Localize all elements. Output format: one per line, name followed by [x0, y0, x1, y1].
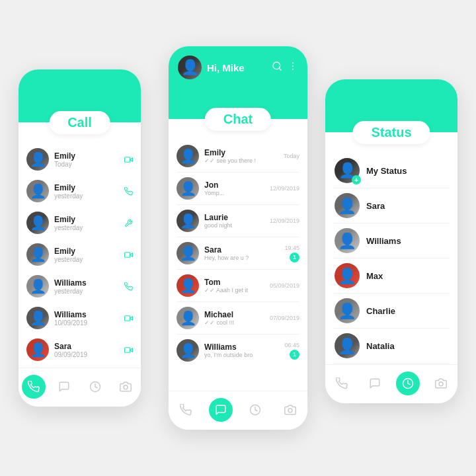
call-title: Call — [49, 111, 110, 134]
chat-title: Chat — [205, 108, 271, 131]
call-list-item[interactable]: 👤Emilyyesterday — [19, 239, 141, 270]
avatar: 👤 — [26, 307, 49, 329]
search-icon-btn[interactable] — [272, 61, 282, 74]
item-name: Sara — [54, 342, 119, 351]
call-list-item[interactable]: 👤Sara09/09/2019 — [19, 334, 141, 366]
chat-list-item[interactable]: 👤JonYomp...12/09/2019 — [169, 173, 307, 204]
call-nav-phone[interactable] — [22, 375, 46, 399]
item-sub: ✓✓ cool !!! — [204, 319, 264, 326]
status-list-item[interactable]: 👤Sara — [325, 188, 457, 223]
call-nav-camera[interactable] — [114, 375, 138, 399]
status-nav-chat[interactable] — [363, 372, 387, 395]
avatar: 👤 — [177, 145, 199, 167]
svg-point-12 — [292, 62, 294, 63]
svg-marker-2 — [130, 253, 133, 256]
item-right — [124, 219, 133, 227]
call-nav-chat[interactable] — [52, 375, 76, 399]
item-right — [124, 155, 133, 164]
avatar: 👤 — [26, 180, 49, 202]
item-name: Emily — [204, 148, 278, 157]
status-bottom-nav — [325, 364, 457, 403]
item-time: 12/09/2019 — [270, 185, 299, 192]
chat-header-avatar: 👤 — [178, 56, 202, 79]
status-list-item[interactable]: 👤Charlie — [325, 294, 457, 328]
call-list-item[interactable]: 👤Emilyyesterday — [19, 207, 141, 239]
item-name: Emily — [54, 247, 119, 256]
item-name: Sara — [204, 245, 279, 255]
svg-point-14 — [292, 69, 294, 70]
chat-card: 👤 Hi, Mike Chat 👤Emily✓✓ see you there !… — [169, 46, 307, 430]
svg-marker-6 — [130, 348, 133, 351]
chat-list-item[interactable]: 👤SaraHey, how are u ?19:451 — [169, 237, 307, 269]
chat-nav-clock[interactable] — [243, 398, 267, 422]
chat-list: 👤Emily✓✓ see you there !Today👤JonYomp...… — [169, 119, 307, 406]
status-list-item[interactable]: 👤Natalia — [325, 329, 457, 363]
item-name: Tom — [204, 278, 264, 287]
avatar: 👤 — [26, 148, 49, 171]
chat-header-user: 👤 Hi, Mike — [178, 56, 245, 79]
status-item-name: Williams — [366, 236, 401, 246]
my-status-item[interactable]: 👤 + My Status — [325, 153, 457, 188]
status-list: 👤 + My Status 👤Sara👤Williams👤Max👤Charlie… — [325, 132, 457, 403]
item-sub: good night — [204, 222, 264, 229]
item-right — [124, 346, 133, 354]
svg-point-16 — [288, 409, 292, 413]
chat-nav-camera[interactable] — [278, 398, 302, 422]
chat-list-item[interactable]: 👤Emily✓✓ see you there !Today — [169, 140, 307, 172]
item-time: 07/09/2019 — [270, 315, 299, 321]
avatar: 👤 — [335, 333, 360, 358]
item-right: 19:451 — [284, 245, 299, 262]
call-card: Call 👤EmilyToday👤Emilyyesterday👤Emilyyes… — [19, 69, 141, 407]
avatar: 👤 — [335, 298, 360, 323]
item-sub: 09/09/2019 — [54, 351, 119, 358]
status-item-name: Sara — [366, 201, 385, 211]
svg-point-18 — [439, 382, 443, 386]
item-right: Today — [284, 153, 299, 159]
call-list-item[interactable]: 👤EmilyToday — [19, 143, 141, 175]
status-list-item[interactable]: 👤Max — [325, 258, 457, 293]
svg-rect-3 — [125, 252, 130, 257]
call-list-item[interactable]: 👤Williams10/09/2019 — [19, 302, 141, 334]
item-sub: Yomp... — [204, 190, 264, 196]
item-badge: 1 — [290, 350, 299, 360]
item-right — [124, 251, 133, 259]
item-sub: ✓✓ Aaah I get it — [204, 287, 264, 294]
chat-list-item[interactable]: 👤Williamsyo, I'm outside bro06:451 — [169, 335, 307, 366]
avatar: 👤 — [26, 338, 49, 361]
svg-rect-5 — [125, 315, 130, 321]
status-item-name: Charlie — [366, 306, 395, 316]
chat-list-item[interactable]: 👤Michael✓✓ cool !!!07/09/2019 — [169, 302, 307, 334]
item-right — [124, 314, 133, 323]
status-nav-camera[interactable] — [429, 372, 453, 395]
item-name: Michael — [204, 310, 264, 319]
chat-header-row: 👤 Hi, Mike — [169, 46, 307, 100]
call-list-item[interactable]: 👤Williamsyesterday — [19, 270, 141, 302]
avatar: 👤 — [26, 212, 49, 234]
chat-nav-phone[interactable] — [174, 398, 198, 422]
item-right: 05/09/2019 — [270, 282, 299, 289]
more-icon-btn[interactable] — [288, 61, 298, 74]
my-status-avatar-wrap: 👤 + — [335, 158, 360, 183]
svg-rect-7 — [125, 347, 130, 352]
item-name: Williams — [54, 310, 119, 319]
status-list-item[interactable]: 👤Williams — [325, 223, 457, 258]
status-item-name: Max — [366, 271, 383, 281]
item-right: 12/09/2019 — [270, 218, 299, 224]
status-nav-clock[interactable] — [396, 372, 420, 395]
svg-point-13 — [292, 65, 294, 67]
item-time: 12/09/2019 — [270, 218, 299, 224]
chat-nav-chat[interactable] — [209, 398, 233, 422]
call-nav-clock[interactable] — [83, 375, 107, 399]
item-time: 19:45 — [284, 245, 299, 251]
item-right — [124, 282, 133, 291]
item-sub: yesterday — [54, 192, 119, 200]
item-sub: yesterday — [54, 224, 119, 231]
svg-marker-0 — [130, 157, 133, 161]
chat-list-item[interactable]: 👤Tom✓✓ Aaah I get it05/09/2019 — [169, 270, 307, 301]
chat-list-item[interactable]: 👤Lauriegood night12/09/2019 — [169, 205, 307, 237]
item-sub: ✓✓ see you there ! — [204, 157, 278, 164]
call-list-item[interactable]: 👤Emilyyesterday — [19, 175, 141, 207]
item-sub: 10/09/2019 — [54, 319, 119, 327]
avatar: 👤 — [177, 274, 199, 297]
status-nav-phone[interactable] — [330, 372, 354, 395]
